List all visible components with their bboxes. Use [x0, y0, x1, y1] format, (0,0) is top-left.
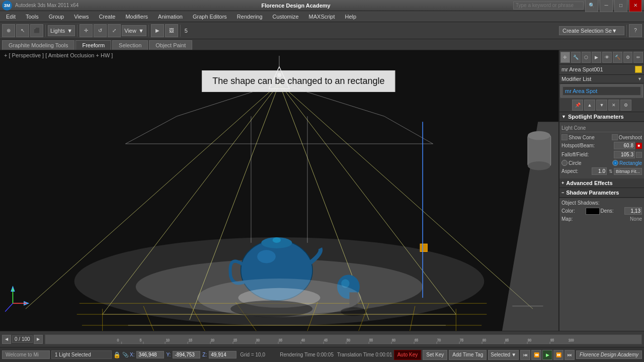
pin-btn[interactable]: 📌 [572, 100, 583, 111]
render-frame[interactable]: 🖼 [165, 24, 178, 37]
tab-object-paint[interactable]: Object Paint [149, 40, 192, 50]
x-value[interactable]: 346,948 [136, 351, 164, 358]
next-frame-btn2[interactable]: ⏩ [553, 350, 564, 360]
modetabs: Graphite Modeling Tools Freeform Selecti… [0, 39, 644, 50]
advanced-effects-header[interactable]: + Advanced Effects [559, 178, 644, 188]
move-stack-up[interactable]: ▲ [584, 100, 595, 111]
select-tool[interactable]: ↖ [16, 24, 29, 37]
selected-label: Selected [491, 352, 510, 357]
help-btn[interactable]: ? [629, 24, 642, 37]
menu-group[interactable]: Group [45, 13, 68, 21]
svg-text:60: 60 [392, 338, 396, 341]
delete-modifier[interactable]: ✕ [608, 100, 619, 111]
tab-selection[interactable]: Selection [112, 40, 148, 50]
menu-maxscript[interactable]: MAXScript [305, 13, 339, 21]
add-time-tag-btn[interactable]: Add Time Tag [449, 350, 487, 360]
spotlight-params-header[interactable]: ▼ Spotlight Parameters [559, 112, 644, 122]
settings-tab[interactable]: ⚙ [623, 52, 633, 63]
advanced-effects-title: Advanced Effects [566, 180, 612, 186]
view-arrow: ▼ [138, 28, 144, 34]
search-btn[interactable]: 🔍 [585, 0, 598, 12]
sep2 [77, 25, 77, 37]
search-input[interactable] [513, 2, 584, 10]
svg-text:30: 30 [256, 338, 260, 341]
sep1 [45, 25, 46, 37]
frame-counter-display: 0 / 100 [12, 335, 33, 343]
restore-btn[interactable]: □ [614, 0, 627, 12]
shadow-params-header[interactable]: − Shadow Parameters [559, 188, 644, 198]
density-input[interactable] [624, 207, 642, 215]
scale-btn[interactable]: ⤢ [108, 24, 121, 37]
svg-text:70: 70 [437, 338, 441, 341]
modifier-dropdown[interactable]: Modifier List ▼ [559, 75, 644, 83]
minimize-btn[interactable]: ─ [600, 0, 613, 12]
next-frame-btn[interactable]: ▶ [34, 335, 43, 344]
titlebar: 3M Autodesk 3ds Max 2011 x64 Florence De… [0, 0, 644, 11]
view-dropdown[interactable]: View ▼ [122, 25, 146, 36]
menu-rendering[interactable]: Rendering [233, 13, 267, 21]
skip-start-btn[interactable]: ⏮ [520, 350, 530, 360]
hierarchy-tab[interactable]: ⬡ [582, 52, 591, 63]
menu-graph-editors[interactable]: Graph Editors [189, 13, 231, 21]
sep3 [148, 25, 149, 37]
mode-dropdown[interactable]: Lights ▼ [48, 25, 75, 36]
z-value[interactable]: 49,914 [209, 351, 236, 358]
falloff-input[interactable] [614, 151, 635, 158]
hotspot-color[interactable]: ■ [636, 143, 642, 149]
rotate-btn[interactable]: ↺ [94, 24, 107, 37]
extra-tab[interactable]: ✏ [633, 52, 643, 63]
shape-row: Circle Rectangle [561, 160, 642, 166]
modifier-item[interactable]: mr Area Spot [563, 87, 640, 95]
create-selection-dropdown[interactable]: Create Selection Se▼ [559, 26, 624, 35]
overshoot-check[interactable] [612, 134, 618, 140]
svg-text:15: 15 [188, 338, 192, 341]
set-key-btn[interactable]: Set Key [423, 350, 447, 360]
parameters-scroll[interactable]: ▼ Spotlight Parameters Light Cone Show C… [559, 112, 644, 331]
move-stack-down[interactable]: ▼ [596, 100, 607, 111]
yellow-color-btn[interactable] [635, 66, 642, 73]
prev-frame-btn[interactable]: ◀ [2, 335, 11, 344]
skip-end-btn[interactable]: ⏭ [565, 350, 575, 360]
hotspot-label: Hotspot/Beam: [561, 143, 613, 148]
menu-tools[interactable]: Tools [22, 13, 43, 21]
selected-dropdown[interactable]: Selected ▼ [488, 350, 519, 360]
play-btn[interactable]: ▶ [542, 350, 552, 360]
transform-btn[interactable]: ✛ [79, 24, 93, 37]
aspect-input[interactable] [592, 167, 607, 175]
hotspot-input[interactable] [614, 142, 635, 149]
display-tab[interactable]: 👁 [602, 52, 612, 63]
bitmap-fit-btn[interactable]: Bitmap Fit... [614, 168, 642, 175]
x-label: X: [130, 352, 134, 357]
motion-tab[interactable]: ▶ [592, 52, 601, 63]
auto-key-btn[interactable]: Auto Key [394, 350, 422, 360]
menu-views[interactable]: Views [70, 13, 93, 21]
menu-edit[interactable]: Edit [2, 13, 20, 21]
menu-animation[interactable]: Animation [154, 13, 187, 21]
show-cone-check[interactable] [561, 134, 568, 140]
lock-icon: 🔒 [113, 351, 121, 358]
shadow-params-body: Object Shadows: Color: Dens: Map: None [559, 198, 644, 225]
view-label: View [124, 28, 136, 34]
select-region[interactable]: ⬛ [30, 24, 43, 37]
config-btn[interactable]: ⚙ [620, 100, 631, 111]
menu-create[interactable]: Create [95, 13, 119, 21]
timeline-track[interactable]: 0 5 10 15 20 25 30 35 40 45 50 55 60 65 … [45, 334, 642, 344]
y-value[interactable]: -894,753 [173, 351, 200, 358]
prev-frame-btn2[interactable]: ⏪ [531, 350, 541, 360]
collapse-arrow-icon: ▼ [561, 114, 566, 119]
menu-modifiers[interactable]: Modifiers [121, 13, 152, 21]
render-btn[interactable]: ▶ [151, 24, 164, 37]
close-btn[interactable]: ✕ [629, 0, 642, 12]
scene-svg [0, 50, 558, 331]
circle-radio[interactable] [561, 160, 568, 166]
menu-help[interactable]: Help [341, 13, 361, 21]
create-tab[interactable]: ✛ [560, 52, 570, 63]
modify-tab[interactable]: 🔧 [571, 52, 581, 63]
snap-toggle[interactable]: ⊕ [2, 24, 15, 37]
rectangle-radio[interactable] [612, 160, 618, 166]
tab-freeform[interactable]: Freeform [75, 40, 111, 50]
shadow-color-swatch[interactable] [586, 208, 600, 215]
menu-customize[interactable]: Customize [269, 13, 303, 21]
tab-graphite[interactable]: Graphite Modeling Tools [2, 40, 74, 50]
utilities-tab[interactable]: 🔨 [613, 52, 622, 63]
